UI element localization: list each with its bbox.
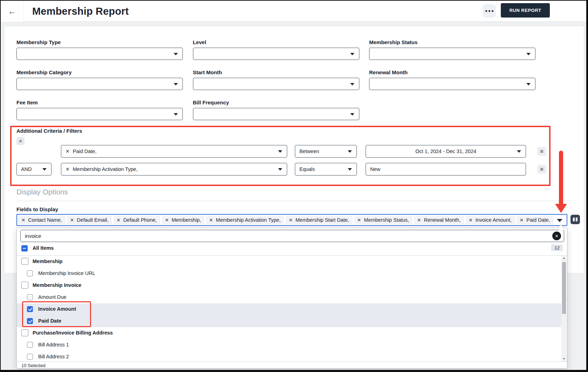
chip-renewal-month[interactable]: ✕Renewal Month, <box>414 216 464 225</box>
remove-chip-icon[interactable]: ✕ <box>165 217 169 223</box>
chip-membership-start-date[interactable]: ✕Membership Start Date, <box>285 216 352 225</box>
filter-field-renewal-month: Renewal Month <box>369 69 535 90</box>
field-option-paid-date[interactable]: Paid Date <box>17 315 562 327</box>
criteria-operator-select[interactable]: Equals <box>295 163 357 175</box>
filter-select-membership-status[interactable] <box>369 48 535 60</box>
filter-label: Fee Item <box>16 99 183 106</box>
filter-select-membership-type[interactable] <box>16 48 183 60</box>
remove-chip-icon[interactable]: ✕ <box>520 217 524 223</box>
filter-grid: Membership TypeLevelMembership StatusMem… <box>16 39 535 130</box>
filter-select-start-month[interactable] <box>193 78 359 90</box>
filter-select-renewal-month[interactable] <box>369 78 535 90</box>
column-picker-button[interactable] <box>570 215 580 224</box>
field-option-membership-invoice-url[interactable]: Membership Invoice URL <box>17 268 562 280</box>
remove-criteria-button[interactable]: ✖ <box>537 147 546 156</box>
chevron-down-icon <box>526 53 531 55</box>
checkbox-bill-address-1[interactable] <box>27 342 33 348</box>
chip-default-email[interactable]: ✕Default Email, <box>67 216 112 225</box>
fields-to-display-multiselect[interactable]: ✕Contact Name,✕Default Email,✕Default Ph… <box>16 214 567 226</box>
remove-chip-icon[interactable]: ✕ <box>289 217 292 223</box>
search-wrap: ✕ <box>20 230 564 242</box>
chevron-down-icon <box>174 83 178 85</box>
all-items-row[interactable]: All Items 12 <box>17 243 567 254</box>
filter-select-bill-frequency[interactable] <box>193 108 359 120</box>
criteria-value-input[interactable]: New <box>366 163 526 175</box>
checkbox-membership-invoice[interactable] <box>21 282 28 289</box>
checkbox-paid-date[interactable] <box>27 318 33 324</box>
remove-criteria-button[interactable]: ✖ <box>537 165 546 174</box>
chip-membership[interactable]: ✕Membership, <box>162 216 205 225</box>
run-report-button[interactable]: RUN REPORT <box>501 3 550 18</box>
checkbox-invoice-amount[interactable] <box>27 306 33 312</box>
field-option-label: Bill Address 1 <box>38 342 69 347</box>
criteria-operator-select[interactable]: Between <box>295 145 357 158</box>
field-option-membership-invoice[interactable]: Membership Invoice <box>17 280 562 291</box>
chip-label: Membership Activation Type, <box>216 217 281 223</box>
remove-chip-icon[interactable]: ✕ <box>209 217 213 223</box>
remove-field-icon[interactable]: ✕ <box>65 149 70 154</box>
field-option-membership[interactable]: Membership <box>17 256 562 268</box>
clear-search-button[interactable]: ✕ <box>552 232 561 240</box>
filter-select-fee-item[interactable] <box>16 108 183 120</box>
checkbox-amount-due[interactable] <box>27 294 33 300</box>
field-option-invoice-amount[interactable]: Invoice Amount <box>17 303 562 315</box>
chip-label: Invoice Amount, <box>476 217 512 223</box>
fields-list: MembershipMembership Invoice URLMembersh… <box>17 256 562 361</box>
footer-divider <box>17 361 567 362</box>
back-button[interactable]: ← <box>1 1 24 22</box>
chip-membership-status[interactable]: ✕Membership Status, <box>354 216 413 225</box>
chip-label: Contact Name, <box>28 217 62 223</box>
remove-chip-icon[interactable]: ✕ <box>21 217 25 223</box>
chevron-down-icon <box>517 150 521 153</box>
filter-field-fee-item: Fee Item <box>16 99 183 120</box>
chip-contact-name[interactable]: ✕Contact Name, <box>18 216 65 225</box>
field-option-label: Bill Address 2 <box>38 354 69 359</box>
chevron-down-icon <box>174 53 178 55</box>
checkbox-membership-invoice-url[interactable] <box>27 270 33 276</box>
chevron-down-icon[interactable] <box>557 219 562 222</box>
plus-icon: + <box>19 138 22 144</box>
remove-chip-icon[interactable]: ✕ <box>357 217 361 223</box>
remove-chip-icon[interactable]: ✕ <box>117 217 120 223</box>
conjunction-select[interactable]: AND <box>16 163 51 175</box>
checkbox-purchase-invoice-billing-address[interactable] <box>21 329 28 336</box>
criteria-field-select-paid-date[interactable]: ✕Paid Date, <box>61 145 287 158</box>
chevron-down-icon <box>348 150 352 153</box>
all-items-checkbox[interactable] <box>21 245 28 252</box>
field-option-purchase-invoice-billing-address[interactable]: Purchase/Invoice Billing Address <box>17 327 562 339</box>
checkbox-membership[interactable] <box>21 258 28 265</box>
remove-chip-icon[interactable]: ✕ <box>469 217 472 223</box>
chip-invoice-amount[interactable]: ✕Invoice Amount, <box>465 216 515 225</box>
display-options-label: Display Options <box>16 188 68 196</box>
field-option-amount-due[interactable]: Amount Due <box>17 291 562 303</box>
field-option-label: Purchase/Invoice Billing Address <box>33 330 113 336</box>
filter-select-level[interactable] <box>193 48 359 60</box>
field-option-bill-address-2[interactable]: Bill Address 2 <box>17 351 562 361</box>
filter-field-membership-category: Membership Category <box>16 69 183 90</box>
chip-membership-activation-type[interactable]: ✕Membership Activation Type, <box>206 216 284 225</box>
list-scrollbar[interactable]: ▲ ▼ <box>561 256 567 361</box>
add-criteria-button[interactable]: + <box>16 137 25 145</box>
scroll-up-icon[interactable]: ▲ <box>561 256 567 261</box>
criteria-field-label: Membership Activation Type, <box>73 166 138 172</box>
scrollbar-thumb[interactable] <box>562 262 566 314</box>
filter-label: Bill Frequency <box>193 99 359 106</box>
remove-chip-icon[interactable]: ✕ <box>70 217 74 223</box>
field-search-input[interactable] <box>20 230 564 242</box>
criteria-field-select-membership-activation-type[interactable]: ✕Membership Activation Type, <box>61 163 287 175</box>
chip-paid-date[interactable]: ✕Paid Date, <box>517 216 554 225</box>
scroll-down-icon[interactable]: ▼ <box>561 357 567 361</box>
remove-chip-icon[interactable]: ✕ <box>417 217 421 223</box>
chevron-down-icon <box>174 113 178 116</box>
all-items-label: All Items <box>33 245 54 251</box>
field-option-bill-address-1[interactable]: Bill Address 1 <box>17 339 562 351</box>
filter-field-level: Level <box>193 39 359 60</box>
more-options-button[interactable] <box>483 4 496 18</box>
checkbox-bill-address-2[interactable] <box>27 354 33 360</box>
criteria-value-select[interactable]: Oct 1, 2024 - Dec 31, 2024 <box>366 145 526 158</box>
chip-default-phone[interactable]: ✕Default Phone, <box>113 216 160 225</box>
remove-field-icon[interactable]: ✕ <box>65 166 70 172</box>
filter-select-membership-category[interactable] <box>16 78 183 90</box>
chip-label: Default Phone, <box>123 217 157 223</box>
filter-label: Membership Status <box>369 39 535 46</box>
